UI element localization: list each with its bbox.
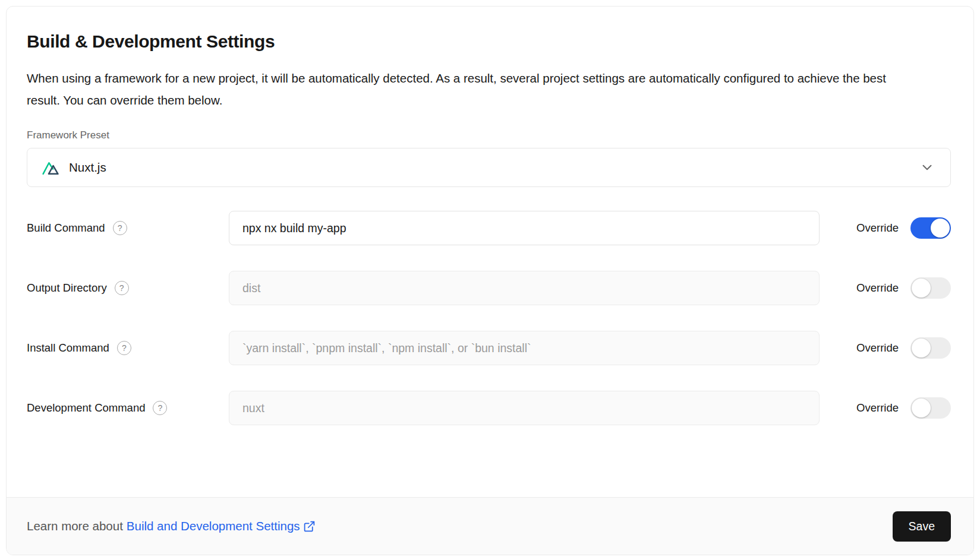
help-icon[interactable]: ? — [113, 221, 127, 235]
card-footer: Learn more about Build and Development S… — [7, 497, 973, 555]
override-label: Override — [856, 222, 899, 235]
toggle-knob — [912, 279, 931, 298]
link-label: Build and Development Settings — [127, 519, 300, 533]
development-command-input — [229, 391, 820, 425]
override-group: Override — [856, 397, 951, 419]
toggle-knob — [931, 219, 950, 238]
help-icon[interactable]: ? — [153, 401, 167, 415]
row-label-group: Development Command ? — [27, 401, 229, 415]
toggle-knob — [912, 338, 931, 357]
build-settings-doc-link[interactable]: Build and Development Settings — [127, 519, 316, 533]
development-command-row: Development Command ? Override — [27, 391, 951, 425]
framework-name: Nuxt.js — [69, 160, 106, 175]
learn-more-text: Learn more about Build and Development S… — [27, 519, 316, 533]
framework-selected-value: Nuxt.js — [42, 159, 106, 177]
development-command-label: Development Command — [27, 401, 145, 415]
override-group: Override — [856, 277, 951, 299]
install-command-input — [229, 331, 820, 365]
output-directory-row: Output Directory ? Override — [27, 271, 951, 305]
save-button[interactable]: Save — [893, 511, 951, 542]
card-body: Build & Development Settings When using … — [7, 7, 973, 497]
toggle-knob — [912, 398, 931, 417]
override-group: Override — [856, 337, 951, 359]
row-label-group: Install Command ? — [27, 341, 229, 355]
build-command-input[interactable] — [229, 211, 820, 245]
build-command-override-toggle[interactable] — [910, 217, 951, 239]
build-command-row: Build Command ? Override — [27, 211, 951, 245]
override-label: Override — [856, 281, 899, 295]
override-label: Override — [856, 401, 899, 415]
build-command-label: Build Command — [27, 222, 105, 235]
external-link-icon — [303, 520, 316, 533]
chevron-down-icon — [919, 160, 935, 175]
row-label-group: Build Command ? — [27, 221, 229, 235]
install-command-row: Install Command ? Override — [27, 331, 951, 365]
override-label: Override — [856, 341, 899, 355]
development-command-override-toggle[interactable] — [910, 397, 951, 419]
install-command-label: Install Command — [27, 341, 109, 355]
output-directory-input — [229, 271, 820, 305]
build-settings-card: Build & Development Settings When using … — [6, 6, 974, 555]
output-directory-label: Output Directory — [27, 281, 107, 295]
framework-preset-label: Framework Preset — [27, 129, 951, 141]
nuxt-logo-icon — [42, 159, 60, 177]
settings-rows: Build Command ? Override Output Director… — [27, 211, 951, 425]
row-label-group: Output Directory ? — [27, 281, 229, 295]
install-command-override-toggle[interactable] — [910, 337, 951, 359]
framework-preset-select[interactable]: Nuxt.js — [27, 148, 951, 187]
override-group: Override — [856, 217, 951, 239]
help-icon[interactable]: ? — [117, 341, 131, 355]
output-directory-override-toggle[interactable] — [910, 277, 951, 299]
page-title: Build & Development Settings — [27, 31, 951, 52]
settings-description: When using a framework for a new project… — [27, 67, 888, 111]
help-icon[interactable]: ? — [115, 281, 129, 295]
learn-more-prefix: Learn more about — [27, 519, 123, 533]
